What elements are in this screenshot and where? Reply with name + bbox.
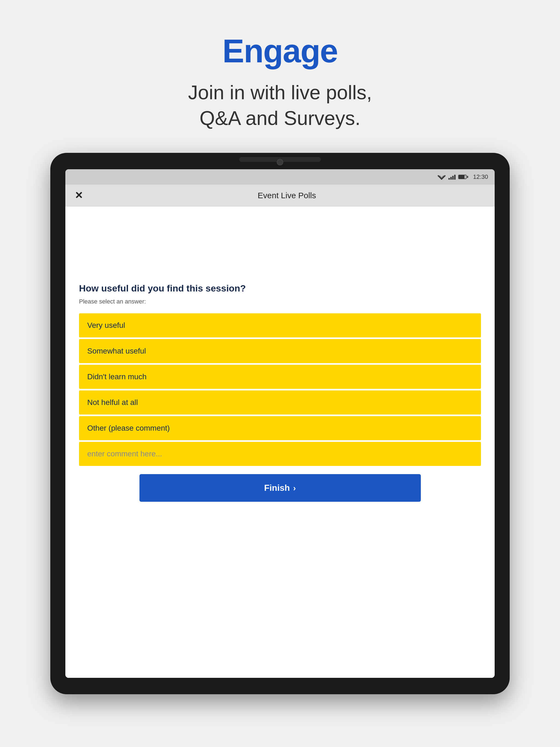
answer-option-2[interactable]: Somewhat useful: [79, 339, 481, 363]
signal-icon: [449, 174, 456, 180]
subtitle-line1: Join in with live polls,: [188, 81, 372, 103]
answer-option-4[interactable]: Not helful at all: [79, 390, 481, 414]
app-toolbar: ✕ Event Live Polls: [65, 185, 495, 206]
content-spacer: [79, 223, 481, 283]
status-time: 12:30: [473, 173, 488, 180]
comment-input[interactable]: enter comment here...: [79, 442, 481, 466]
app-title: Engage: [188, 33, 372, 69]
screen-content: How useful did you find this session? Pl…: [65, 206, 495, 678]
tablet-frame: 12:30 ✕ Event Live Polls How useful did …: [50, 153, 510, 694]
finish-button[interactable]: Finish ›: [139, 474, 421, 502]
poll-hint: Please select an answer:: [79, 298, 481, 305]
close-button[interactable]: ✕: [72, 190, 85, 201]
status-bar: 12:30: [65, 169, 495, 185]
finish-label: Finish: [264, 483, 290, 493]
app-subtitle: Join in with live polls, Q&A and Surveys…: [188, 80, 372, 131]
wifi-icon: [437, 174, 446, 180]
answer-option-5[interactable]: Other (please comment): [79, 416, 481, 440]
tablet-screen: 12:30 ✕ Event Live Polls How useful did …: [65, 169, 495, 678]
header-section: Engage Join in with live polls, Q&A and …: [188, 33, 372, 131]
toolbar-title: Event Live Polls: [85, 191, 488, 200]
poll-question: How useful did you find this session?: [79, 283, 481, 294]
answer-option-3[interactable]: Didn't learn much: [79, 365, 481, 389]
battery-icon: [458, 175, 468, 179]
status-icons: 12:30: [437, 173, 488, 180]
subtitle-line2: Q&A and Surveys.: [200, 107, 360, 129]
tablet-camera: [277, 159, 283, 165]
answer-option-1[interactable]: Very useful: [79, 313, 481, 337]
chevron-right-icon: ›: [293, 483, 296, 493]
